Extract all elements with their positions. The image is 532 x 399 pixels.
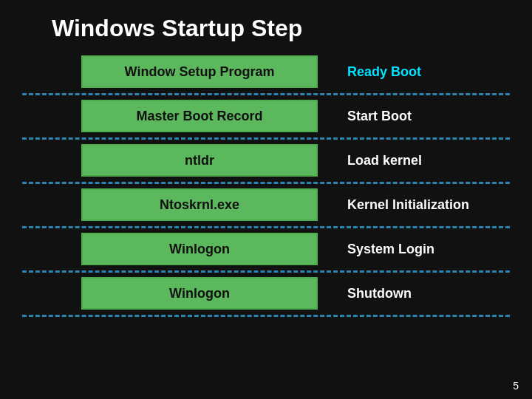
startup-row-0: Window Setup ProgramReady Boot: [22, 55, 510, 88]
step-box-3: Ntoskrnl.exe: [81, 188, 318, 221]
step-label-5: Shutdown: [347, 286, 510, 301]
startup-row-4: WinlogonSystem Login: [22, 233, 510, 265]
dashed-divider-4: [22, 265, 510, 277]
step-box-5: Winlogon: [81, 277, 318, 310]
startup-row-1: Master Boot RecordStart Boot: [22, 100, 510, 132]
startup-row-2: ntldrLoad kernel: [22, 144, 510, 177]
step-label-0: Ready Boot: [347, 64, 510, 80]
step-box-0: Window Setup Program: [81, 55, 318, 88]
startup-row-3: Ntoskrnl.exeKernel Initialization: [22, 188, 510, 221]
step-label-1: Start Boot: [347, 109, 510, 124]
step-box-2: ntldr: [81, 144, 318, 177]
page-title: Windows Startup Step: [52, 15, 510, 42]
step-label-3: Kernel Initialization: [347, 197, 510, 213]
step-label-2: Load kernel: [347, 153, 510, 168]
dashed-divider-3: [22, 221, 510, 233]
slide: Windows Startup Step Window Setup Progra…: [0, 0, 532, 399]
dashed-divider-1: [22, 132, 510, 144]
dashed-divider-5: [22, 310, 510, 321]
step-label-4: System Login: [347, 242, 510, 257]
page-number: 5: [513, 380, 519, 392]
step-box-4: Winlogon: [81, 233, 318, 265]
startup-row-5: WinlogonShutdown: [22, 277, 510, 310]
dashed-divider-0: [22, 88, 510, 100]
dashed-divider-2: [22, 177, 510, 188]
step-box-1: Master Boot Record: [81, 100, 318, 132]
